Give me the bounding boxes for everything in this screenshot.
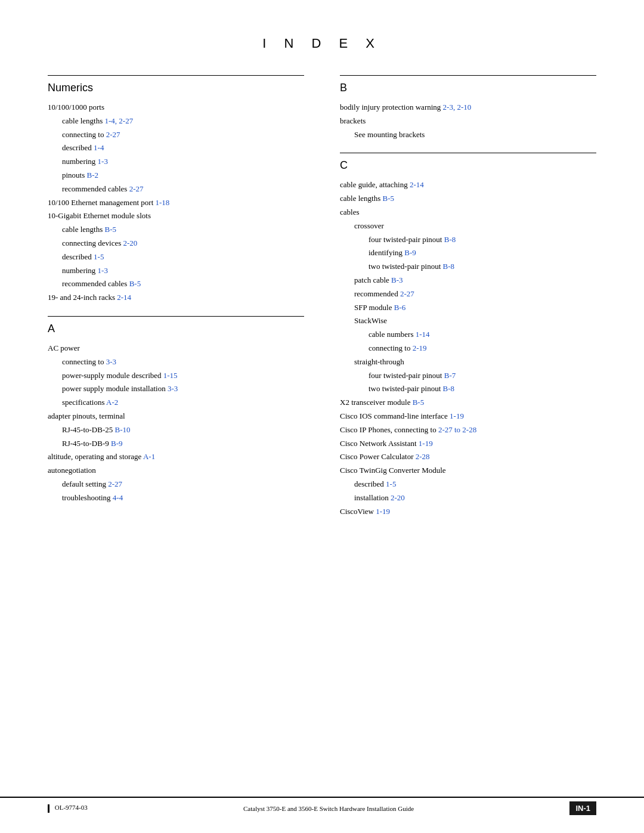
index-entry: adapter pinouts, terminal [48, 410, 304, 423]
index-link[interactable]: 3-3 [168, 384, 178, 393]
index-entry: recommended cables 2-27 [48, 183, 304, 196]
index-link[interactable]: B-8 [444, 235, 456, 244]
index-entry: numbering 1-3 [48, 265, 304, 277]
index-entry: straight-through [340, 356, 596, 368]
index-entry: autonegotiation [48, 465, 304, 477]
index-entry: Cisco IOS command-line interface 1-19 [340, 410, 596, 423]
index-link[interactable]: 1-4 [94, 143, 104, 152]
index-entry: 10/100/1000 ports [48, 101, 304, 114]
index-link[interactable]: 1-15 [163, 371, 178, 380]
index-entry: cables [340, 206, 596, 219]
index-entry: SFP module B-6 [340, 302, 596, 314]
section-divider [340, 153, 596, 153]
index-link[interactable]: B-5 [129, 279, 141, 288]
index-link[interactable]: B-3 [391, 275, 403, 284]
page: I N D E X Numerics10/100/1000 portscable… [0, 0, 644, 833]
index-link[interactable]: 1-18 [156, 198, 170, 207]
section-divider [340, 75, 596, 76]
index-link[interactable]: 4-4 [113, 493, 123, 502]
left-column: Numerics10/100/1000 portscable lengths 1… [48, 75, 304, 519]
index-link[interactable]: B-10 [114, 425, 130, 434]
index-entry: cable guide, attaching 2-14 [340, 179, 596, 191]
index-link[interactable]: 1-19 [419, 439, 433, 448]
index-link[interactable]: 2-27 to 2-28 [438, 425, 476, 434]
index-link[interactable]: 1-19 [450, 411, 464, 420]
index-link[interactable]: 2-27 [108, 479, 122, 488]
index-link[interactable]: A-1 [143, 452, 155, 461]
index-entry: RJ-45-to-DB-9 B-9 [48, 438, 304, 450]
index-link[interactable]: 2-28 [416, 452, 430, 461]
index-link[interactable]: B-5 [104, 225, 116, 234]
index-link[interactable]: 2-3, 2-10 [443, 103, 472, 112]
index-entry: two twisted-pair pinout B-8 [340, 261, 596, 273]
index-entry: four twisted-pair pinout B-8 [340, 234, 596, 246]
index-entry: specifications A-2 [48, 397, 304, 409]
index-entry: 10-Gigabit Ethernet module slots [48, 210, 304, 222]
index-entry: cable lengths B-5 [340, 193, 596, 205]
index-link[interactable]: 2-20 [391, 493, 405, 502]
index-entry: default setting 2-27 [48, 478, 304, 491]
index-entry: described 1-5 [48, 251, 304, 264]
index-link[interactable]: B-8 [443, 384, 455, 393]
index-entry: bodily injury protection warning 2-3, 2-… [340, 101, 596, 114]
index-link[interactable]: B-5 [413, 398, 425, 407]
index-link[interactable]: 1-5 [94, 252, 104, 261]
index-entry: cable lengths B-5 [48, 224, 304, 236]
index-entry: troubleshooting 4-4 [48, 492, 304, 504]
index-entry: recommended 2-27 [340, 288, 596, 301]
index-link[interactable]: 2-19 [413, 343, 427, 352]
index-entry: CiscoView 1-19 [340, 506, 596, 518]
footer: OL-9774-03 Catalyst 3750-E and 3560-E Sw… [0, 797, 644, 815]
section-heading: A [48, 323, 304, 335]
index-link[interactable]: 1-4, 2-27 [104, 116, 133, 125]
index-link[interactable]: 1-14 [416, 330, 430, 339]
index-entry: described 1-5 [340, 478, 596, 491]
index-link[interactable]: 2-20 [123, 239, 138, 247]
index-entry: identifying B-9 [340, 247, 596, 259]
section-heading: C [340, 159, 596, 172]
index-entry: patch cable B-3 [340, 274, 596, 287]
index-link[interactable]: A-2 [106, 398, 118, 407]
index-link[interactable]: 2-14 [117, 293, 131, 302]
index-entry: described 1-4 [48, 142, 304, 154]
footer-title: Catalyst 3750-E and 3560-E Switch Hardwa… [88, 805, 570, 812]
index-entry: 19- and 24-inch racks 2-14 [48, 292, 304, 304]
section-heading: B [340, 82, 596, 94]
index-link[interactable]: 1-19 [376, 507, 390, 516]
index-entry: Cisco Power Calculator 2-28 [340, 451, 596, 463]
index-entry: brackets [340, 115, 596, 128]
index-entry: four twisted-pair pinout B-7 [340, 370, 596, 382]
index-entry: crossover [340, 220, 596, 233]
index-entry: Cisco Network Assistant 1-19 [340, 438, 596, 450]
index-link[interactable]: 1-5 [386, 479, 396, 488]
index-link[interactable]: 2-27 [129, 184, 144, 193]
index-link[interactable]: B-9 [404, 248, 416, 257]
index-entry: 10/100 Ethernet management port 1-18 [48, 197, 304, 209]
index-link[interactable]: 2-14 [410, 180, 424, 189]
index-link[interactable]: B-2 [87, 171, 99, 179]
index-entry: Cisco IP Phones, connecting to 2-27 to 2… [340, 424, 596, 436]
index-entry: two twisted-pair pinout B-8 [340, 383, 596, 395]
footer-page-number: IN-1 [569, 801, 596, 815]
index-link[interactable]: B-7 [444, 371, 456, 380]
index-entry: cable lengths 1-4, 2-27 [48, 115, 304, 128]
index-entry: connecting devices 2-20 [48, 237, 304, 250]
index-link[interactable]: 3-3 [106, 357, 116, 366]
index-link[interactable]: B-9 [111, 439, 123, 448]
index-link[interactable]: B-8 [443, 262, 455, 271]
index-link[interactable]: 1-3 [98, 157, 108, 166]
index-entry: connecting to 2-27 [48, 129, 304, 141]
index-entry: RJ-45-to-DB-25 B-10 [48, 424, 304, 436]
index-link[interactable]: 1-3 [98, 266, 108, 275]
index-link[interactable]: B-5 [382, 194, 394, 203]
index-entry: See mounting brackets [340, 129, 596, 141]
index-entry: recommended cables B-5 [48, 278, 304, 290]
section-heading: Numerics [48, 82, 304, 94]
index-link[interactable]: 2-27 [400, 289, 414, 298]
index-entry: connecting to 2-19 [340, 342, 596, 355]
footer-doc-number: OL-9774-03 [48, 804, 88, 812]
index-link[interactable]: B-6 [394, 303, 406, 312]
index-link[interactable]: 2-27 [106, 130, 120, 139]
index-entry: numbering 1-3 [48, 156, 304, 168]
right-column: Bbodily injury protection warning 2-3, 2… [340, 75, 596, 519]
